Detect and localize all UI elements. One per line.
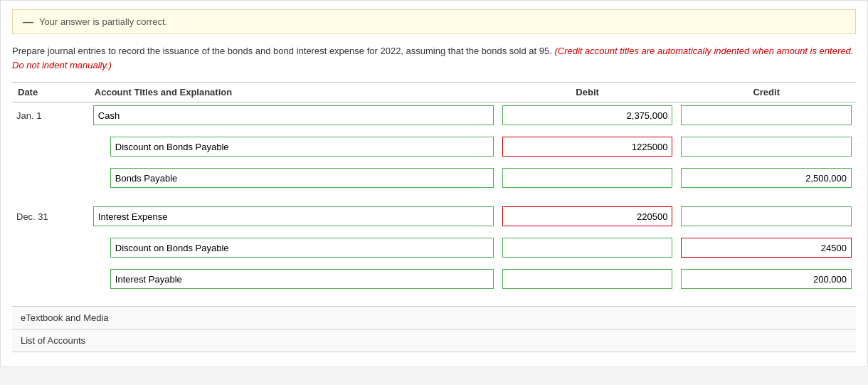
account-input[interactable] [110,238,494,258]
row-spacer [12,191,856,196]
main-container: — Your answer is partially correct. Prep… [0,0,868,367]
header-debit: Debit [498,83,677,102]
debit-cell [498,102,677,129]
entry-date: Dec. 31 [12,204,89,229]
debit-cell [498,165,677,191]
account-cell [89,134,498,159]
account-cell [89,235,498,260]
table-row: Dec. 31 [12,204,856,229]
account-input[interactable] [93,105,494,125]
entry-spacer [12,196,856,204]
footer-section: eTextbook and Media List of Accounts [12,306,856,352]
row-spacer [12,229,856,235]
credit-input[interactable] [681,238,852,258]
debit-input[interactable] [502,238,673,258]
entry-date [12,235,89,260]
table-header-row: Date Account Titles and Explanation Debi… [12,83,856,102]
table-row [12,165,856,191]
credit-input[interactable] [681,105,852,125]
table-row [12,266,856,292]
credit-cell [677,266,856,292]
row-spacer [12,260,856,266]
header-date: Date [12,83,89,102]
credit-cell [677,102,856,129]
table-row: Jan. 1 [12,102,856,129]
credit-cell [677,165,856,191]
account-cell [89,165,498,191]
account-cell [89,102,498,129]
table-row [12,134,856,159]
debit-cell [498,204,677,229]
debit-input[interactable] [502,105,673,125]
instruction-main: Prepare journal entries to record the is… [12,46,552,56]
credit-input[interactable] [681,137,852,157]
entry-date: Jan. 1 [12,102,89,129]
account-input[interactable] [110,269,494,289]
row-spacer [12,128,856,134]
footer-etextbook[interactable]: eTextbook and Media [12,307,856,329]
row-spacer [12,159,856,165]
alert-icon: — [23,16,33,28]
credit-input[interactable] [681,206,852,226]
account-cell [89,266,498,292]
debit-cell [498,266,677,292]
credit-cell [677,235,856,260]
table-row [12,235,856,260]
debit-cell [498,134,677,159]
debit-input[interactable] [502,269,673,289]
account-cell [89,204,498,229]
row-spacer [12,292,856,297]
entry-date [12,266,89,292]
credit-cell [677,204,856,229]
instruction-text: Prepare journal entries to record the is… [12,44,856,72]
header-credit: Credit [677,83,856,102]
header-account: Account Titles and Explanation [89,83,498,102]
account-input[interactable] [93,206,494,226]
account-input[interactable] [110,168,494,188]
credit-cell [677,134,856,159]
entry-date [12,134,89,159]
entry-date [12,165,89,191]
alert-text: Your answer is partially correct. [39,16,167,27]
journal-table: Date Account Titles and Explanation Debi… [12,82,856,297]
alert-box: — Your answer is partially correct. [12,9,856,34]
footer-list-accounts[interactable]: List of Accounts [12,329,856,352]
debit-input[interactable] [502,206,673,226]
account-input[interactable] [110,137,494,157]
credit-input[interactable] [681,168,852,188]
debit-cell [498,235,677,260]
debit-input[interactable] [502,137,673,157]
debit-input[interactable] [502,168,673,188]
credit-input[interactable] [681,269,852,289]
